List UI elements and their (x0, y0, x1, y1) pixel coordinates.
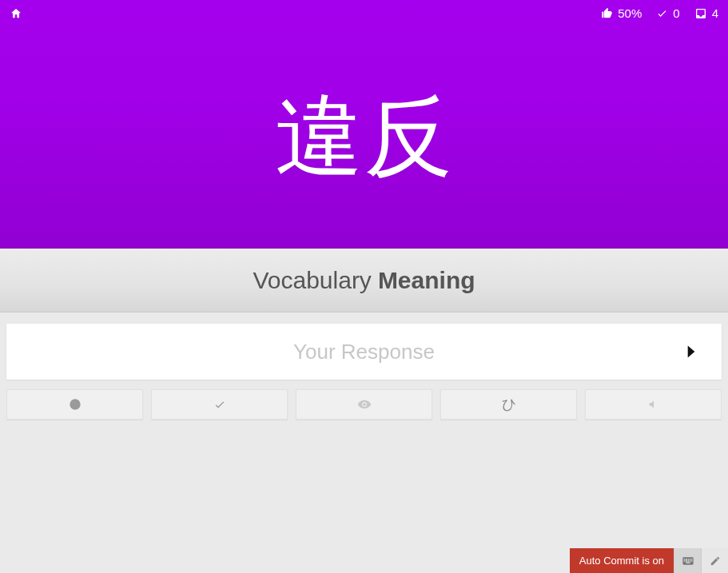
stat-correct: 0 (656, 6, 679, 20)
show-info-button[interactable] (296, 389, 432, 420)
question-hero: 50% 0 4 違反 (0, 0, 728, 249)
correct-value: 0 (673, 6, 679, 20)
inbox-icon (694, 7, 707, 20)
speaker-icon (648, 399, 659, 410)
edit-button[interactable] (701, 548, 728, 573)
auto-commit-label: Auto Commit is on (579, 555, 664, 567)
eye-icon (357, 397, 372, 412)
remaining-value: 4 (712, 6, 718, 20)
prompt-bar: Vocabulary Meaning (0, 249, 728, 312)
answer-input[interactable] (6, 324, 722, 380)
answer-row (6, 324, 722, 380)
kana-hint-button[interactable]: ひ (440, 389, 577, 420)
keyboard-icon (682, 555, 694, 567)
bottom-bar: Auto Commit is on (570, 548, 728, 573)
prompt-type: Meaning (378, 267, 475, 294)
top-bar: 50% 0 4 (10, 6, 718, 20)
option-row: ひ (0, 380, 728, 420)
mark-correct-button[interactable] (151, 389, 288, 420)
accuracy-value: 50% (618, 6, 642, 20)
vocab-word: 違反 (0, 78, 728, 197)
keyboard-button[interactable] (674, 548, 701, 573)
home-icon[interactable] (10, 7, 22, 20)
stat-accuracy: 50% (601, 6, 642, 20)
submit-button[interactable] (675, 324, 707, 380)
audio-button[interactable] (585, 389, 722, 420)
thumbs-up-icon (601, 7, 613, 19)
chevron-right-icon (681, 341, 702, 362)
last-items-button[interactable] (6, 389, 143, 420)
stat-remaining: 4 (694, 6, 718, 20)
pencil-icon (710, 555, 721, 567)
auto-commit-badge[interactable]: Auto Commit is on (570, 548, 674, 573)
kana-hint-label: ひ (502, 395, 516, 414)
check-icon (213, 398, 226, 411)
prompt-category: Vocabulary (253, 267, 371, 294)
clock-icon (69, 398, 82, 411)
check-icon (656, 7, 668, 19)
